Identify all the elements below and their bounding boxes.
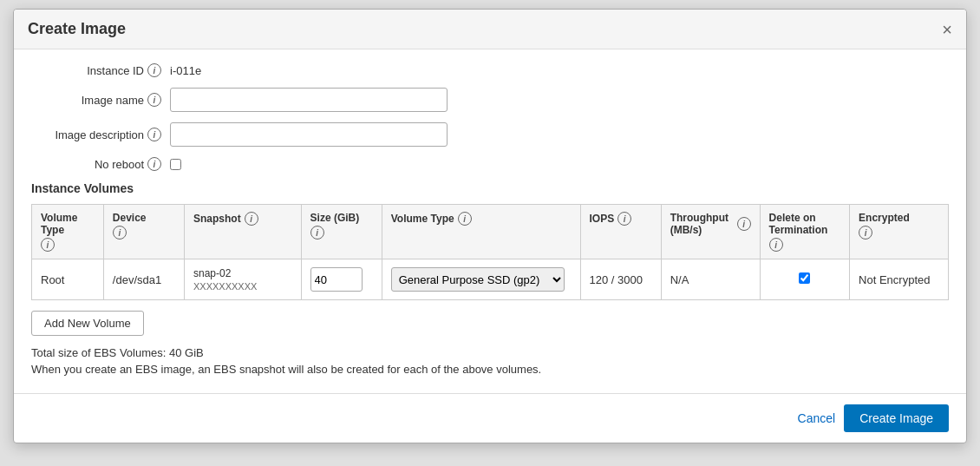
instance-volumes-title: Instance Volumes — [31, 181, 949, 195]
row-delete-on-term[interactable] — [760, 259, 850, 300]
create-image-modal: Create Image × Instance ID i i-011e Imag… — [13, 9, 967, 443]
iops-col-info-icon[interactable]: i — [617, 212, 631, 226]
delete-on-term-checkbox[interactable] — [799, 272, 810, 284]
row-device: /dev/sda1 — [103, 259, 184, 300]
row-vol-type[interactable]: General Purpose SSD (gp2) — [382, 259, 580, 300]
close-button[interactable]: × — [942, 21, 952, 38]
instance-id-row: Instance ID i i-011e — [31, 63, 949, 77]
col-header-throughput: Throughput (MB/s) i — [661, 205, 760, 259]
encrypted-col-info-icon[interactable]: i — [859, 226, 872, 240]
instance-id-label: Instance ID i — [31, 63, 170, 77]
no-reboot-row: No reboot i — [31, 157, 949, 171]
no-reboot-label: No reboot i — [31, 157, 170, 171]
col-header-delete-on-term: Delete on Termination i — [760, 205, 850, 259]
modal-header: Create Image × — [14, 10, 966, 49]
image-description-label: Image description i — [31, 128, 170, 141]
col-header-volume-type: Volume Type i — [32, 205, 104, 259]
volume-type-col-info-icon[interactable]: i — [41, 238, 55, 252]
total-size-note: Total size of EBS Volumes: 40 GiB — [31, 346, 949, 359]
volumes-table: Volume Type i Device i — [31, 204, 949, 300]
row-iops: 120 / 3000 — [580, 259, 661, 300]
ebs-note: When you create an EBS image, an EBS sna… — [31, 363, 949, 376]
image-name-row: Image name i — [31, 88, 949, 112]
col-header-encrypted: Encrypted i — [850, 205, 949, 259]
throughput-col-info-icon[interactable]: i — [737, 217, 751, 231]
no-reboot-checkbox[interactable] — [170, 159, 181, 170]
image-description-input[interactable] — [170, 122, 448, 147]
image-description-info-icon[interactable]: i — [147, 128, 161, 141]
col-header-size: Size (GiB) i — [301, 205, 382, 259]
cancel-button[interactable]: Cancel — [798, 411, 836, 425]
image-name-label: Image name i — [31, 93, 170, 107]
row-encrypted: Not Encrypted — [850, 259, 949, 300]
vol-type-col-info-icon[interactable]: i — [458, 212, 472, 226]
size-col-info-icon[interactable]: i — [310, 226, 324, 240]
modal-footer: Cancel Create Image — [14, 393, 966, 443]
size-field[interactable] — [310, 267, 363, 292]
create-image-button[interactable]: Create Image — [844, 404, 949, 432]
col-header-vol-type: Volume Type i — [382, 205, 580, 259]
delete-col-info-icon[interactable]: i — [769, 238, 783, 252]
image-name-info-icon[interactable]: i — [147, 93, 161, 107]
modal-title: Create Image — [28, 20, 126, 38]
instance-id-value: i-011e — [170, 64, 201, 77]
modal-body: Instance ID i i-011e Image name i Image … — [14, 49, 966, 393]
col-header-device: Device i — [103, 205, 184, 259]
snapshot-col-info-icon[interactable]: i — [245, 212, 258, 226]
image-description-row: Image description i — [31, 122, 949, 147]
table-row: Root /dev/sda1 snap-02XXXXXXXXXX General… — [32, 259, 949, 300]
image-name-input[interactable] — [170, 88, 448, 112]
instance-id-info-icon[interactable]: i — [147, 63, 161, 77]
device-col-info-icon[interactable]: i — [113, 226, 127, 240]
row-volume-type: Root — [32, 259, 104, 300]
vol-type-select[interactable]: General Purpose SSD (gp2) — [391, 267, 565, 292]
col-header-snapshot: Snapshot i — [184, 205, 301, 259]
row-throughput: N/A — [661, 259, 760, 300]
col-header-iops: IOPS i — [580, 205, 661, 259]
row-snapshot: snap-02XXXXXXXXXX — [184, 259, 301, 300]
row-size[interactable] — [301, 259, 382, 300]
add-new-volume-button[interactable]: Add New Volume — [31, 311, 144, 336]
no-reboot-info-icon[interactable]: i — [147, 157, 161, 171]
